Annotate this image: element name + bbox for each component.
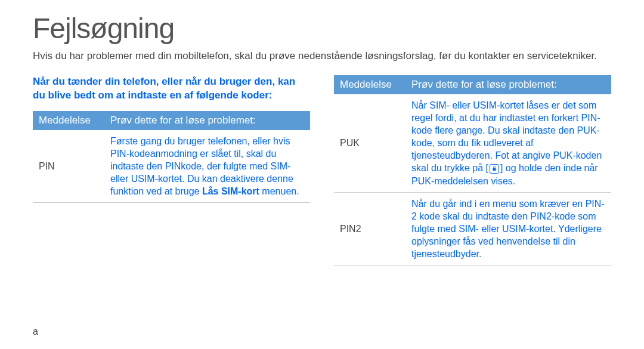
pin-bold: Lås SIM-kort (202, 186, 259, 196)
intro-text: Hvis du har problemer med din mobiltelef… (33, 50, 611, 63)
row-label-pin2: PIN2 (334, 192, 405, 265)
left-header-col1: Meddelelse (33, 111, 104, 130)
table-row: PIN Første gang du bruger telefonen, ell… (33, 130, 310, 203)
left-section-heading: Når du tænder din telefon, eller når du … (33, 75, 310, 103)
row-text-pin: Første gang du bruger telefonen, eller h… (104, 130, 310, 203)
page-title: Fejlsøgning (33, 12, 611, 45)
right-header-col1: Meddelelse (334, 75, 405, 94)
right-column: Meddelelse Prøv dette for at løse proble… (334, 75, 611, 265)
right-header-col2: Prøv dette for at løse problemet: (405, 75, 611, 94)
content-columns: Når du tænder din telefon, eller når du … (33, 75, 611, 265)
row-text-puk: Når SIM- eller USIM-kortet låses er det … (405, 94, 611, 192)
lock-icon (490, 164, 499, 174)
row-label-puk: PUK (334, 94, 405, 192)
left-column: Når du tænder din telefon, eller når du … (33, 75, 310, 265)
table-row: PUK Når SIM- eller USIM-kortet låses er … (334, 94, 611, 192)
pin-text-post: menuen. (259, 186, 299, 196)
left-header-col2: Prøv dette for at løse problemet: (104, 111, 310, 130)
row-label-pin: PIN (33, 130, 104, 203)
page-marker: a (33, 326, 38, 337)
row-text-pin2: Når du går ind i en menu som kræver en P… (405, 192, 611, 265)
right-table: Meddelelse Prøv dette for at løse proble… (334, 75, 611, 265)
left-table: Meddelelse Prøv dette for at løse proble… (33, 111, 310, 203)
table-row: PIN2 Når du går ind i en menu som kræver… (334, 192, 611, 265)
